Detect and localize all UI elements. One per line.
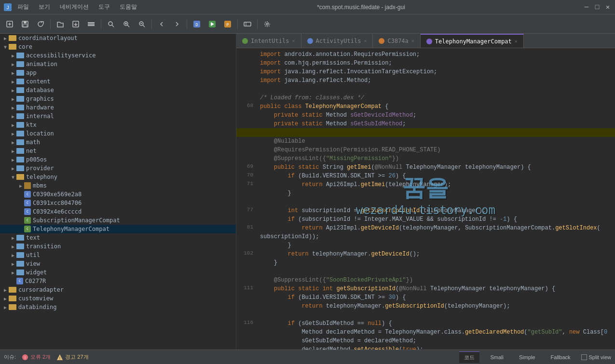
tree-item-cursoradapter[interactable]: ▶ cursoradapter: [0, 285, 236, 294]
tab-close-intentutils[interactable]: ✕: [292, 38, 295, 43]
tree-item-p005os[interactable]: ▶ p005os: [0, 155, 236, 164]
menu-navigate[interactable]: 네비게이션: [58, 2, 91, 12]
tree-item-graphics[interactable]: ▶ graphics: [0, 94, 236, 103]
split-view-checkbox[interactable]: [581, 354, 587, 360]
tree-item-hardware[interactable]: ▶ hardware: [0, 103, 236, 112]
tree-label: p005os: [26, 156, 47, 163]
tree-item-databinding[interactable]: ▶ databinding: [0, 303, 236, 311]
tree-arrow: ▼: [2, 43, 9, 50]
tree-item-accessibilityservice[interactable]: ▶ accessibilityservice: [0, 51, 236, 60]
new-btn[interactable]: [3, 17, 16, 31]
export-btn[interactable]: [69, 17, 82, 31]
tree-item-animation[interactable]: ▶ animation: [0, 60, 236, 68]
tree-item-net[interactable]: ▶ net: [0, 147, 236, 155]
plugin-btn[interactable]: P: [221, 17, 234, 31]
view-btn[interactable]: [241, 17, 254, 31]
tree-item-location[interactable]: ▶ location: [0, 129, 236, 138]
tree-item-subscriptioncompat[interactable]: C SubscriptionManagerCompat: [0, 216, 236, 225]
tab-telephonycompat[interactable]: TelephonyManagerCompat ✕: [421, 34, 524, 48]
tab-close-telephonycompat[interactable]: ✕: [515, 39, 518, 44]
refresh-btn[interactable]: [34, 17, 47, 31]
tree-item-text[interactable]: ▶ text: [0, 233, 236, 242]
tree-label: util: [26, 252, 40, 258]
decompile-btn[interactable]: D: [190, 17, 204, 31]
tree-item-content[interactable]: ▶ content: [0, 77, 236, 86]
svg-text:D: D: [195, 23, 198, 27]
tree-item-provider[interactable]: ▶ provider: [0, 164, 236, 173]
status-tab-code[interactable]: 코드: [459, 351, 479, 363]
back-btn[interactable]: [155, 17, 168, 31]
tree-item-ktx[interactable]: ▶ ktx: [0, 121, 236, 129]
line-number: [236, 154, 258, 155]
line-content: public static String getImei(@NonNull Te…: [258, 163, 615, 172]
line-content: import java.lang.reflect.Method;: [258, 76, 615, 85]
code-line: Method declaredMethod = TelephonyManager…: [236, 328, 615, 337]
tab-close-c3874a[interactable]: ✕: [411, 38, 414, 43]
folder-icon: [16, 87, 24, 93]
status-left: 이슈: ! 오류 2개 ! 경고 27개: [4, 353, 459, 361]
svg-rect-12: [88, 25, 95, 26]
search-plus-btn[interactable]: [120, 17, 133, 31]
tree-item-coordinatorlayout[interactable]: ▶ coordinatorlayout: [0, 34, 236, 42]
tree-label: C0392x4e6ccccd: [33, 208, 82, 215]
tree-item-database[interactable]: ▶ database: [0, 86, 236, 94]
tree-item-c0277r[interactable]: C C0277R: [0, 277, 236, 285]
tab-intentutils[interactable]: IntentUtils ✕: [236, 34, 301, 48]
search-btn[interactable]: [104, 17, 118, 31]
folder-icon: [16, 131, 24, 136]
tree-item-transition[interactable]: ▶ transition: [0, 242, 236, 251]
tab-c3874a[interactable]: C3874a ✕: [373, 34, 420, 48]
menu-help[interactable]: 도움말: [118, 2, 139, 12]
tree-item-customview[interactable]: ▶ customview: [0, 294, 236, 303]
tree-item-c0390[interactable]: C C0390xe569e2a8: [0, 190, 236, 199]
code-line: [236, 198, 615, 206]
code-line: }: [236, 189, 615, 198]
forward-btn[interactable]: [170, 17, 184, 31]
tab-activityutils[interactable]: ActivityUtils ✕: [301, 34, 373, 48]
menu-view[interactable]: 보기: [37, 2, 52, 12]
open-btn[interactable]: [54, 17, 67, 31]
menu-tools[interactable]: 도구: [96, 2, 112, 12]
tree-item-mbms[interactable]: ▶ mbms: [0, 181, 236, 190]
status-tab-fallback[interactable]: Fallback: [546, 352, 575, 362]
svg-rect-10: [88, 22, 95, 23]
status-tab-simple[interactable]: Simple: [514, 352, 540, 362]
close-button[interactable]: ✕: [604, 4, 611, 11]
tree-label: coordinatorlayout: [18, 35, 78, 41]
tree-arrow: ▶: [10, 130, 16, 137]
tree-item-app[interactable]: ▶ app: [0, 68, 236, 77]
tree-item-view[interactable]: ▶ view: [0, 259, 236, 268]
tree-item-c0392[interactable]: C C0392x4e6ccccd: [0, 207, 236, 216]
save-btn[interactable]: [18, 17, 32, 31]
search-minus-btn[interactable]: [135, 17, 149, 31]
line-number: [236, 215, 258, 216]
tree-arrow: ▶: [10, 165, 16, 172]
settings-btn[interactable]: [260, 17, 274, 31]
tab-close-activityutils[interactable]: ✕: [364, 38, 367, 43]
menu-file[interactable]: 파일: [15, 2, 31, 12]
line-number: 77: [236, 206, 258, 213]
tree-item-util[interactable]: ▶ util: [0, 251, 236, 259]
tree-item-c0391[interactable]: C C0391xcc804706: [0, 199, 236, 207]
line-number: 70: [236, 172, 258, 178]
tree-item-math[interactable]: ▶ math: [0, 138, 236, 147]
tree-item-telephony[interactable]: ▼ telephony: [0, 173, 236, 181]
tree-label: databinding: [18, 304, 56, 310]
code-editor[interactable]: 꿈을 wezard4u.tistory.com import androidx.…: [236, 48, 615, 350]
file-icon: C: [24, 191, 31, 198]
statusbar: 이슈: ! 오류 2개 ! 경고 27개 코드 Smali Simple Fal…: [0, 350, 615, 364]
run-btn[interactable]: [205, 17, 219, 31]
line-content: Method declaredMethod = TelephonyManager…: [258, 328, 615, 337]
prefs-btn[interactable]: [84, 17, 98, 31]
tree-item-widget[interactable]: ▶ widget: [0, 268, 236, 277]
tab-icon-telephonycompat: [426, 39, 432, 44]
line-number: 69: [236, 163, 258, 169]
tree-item-telephonycompat[interactable]: C TelephonyManagerCompat: [0, 225, 236, 233]
folder-icon: [24, 182, 31, 189]
maximize-button[interactable]: □: [594, 4, 601, 11]
tree-item-core[interactable]: ▼ core: [0, 42, 236, 51]
minimize-button[interactable]: ─: [583, 4, 590, 11]
tree-item-internal[interactable]: ▶ internal: [0, 112, 236, 121]
line-number: [236, 146, 258, 146]
status-tab-smali[interactable]: Smali: [485, 352, 508, 362]
